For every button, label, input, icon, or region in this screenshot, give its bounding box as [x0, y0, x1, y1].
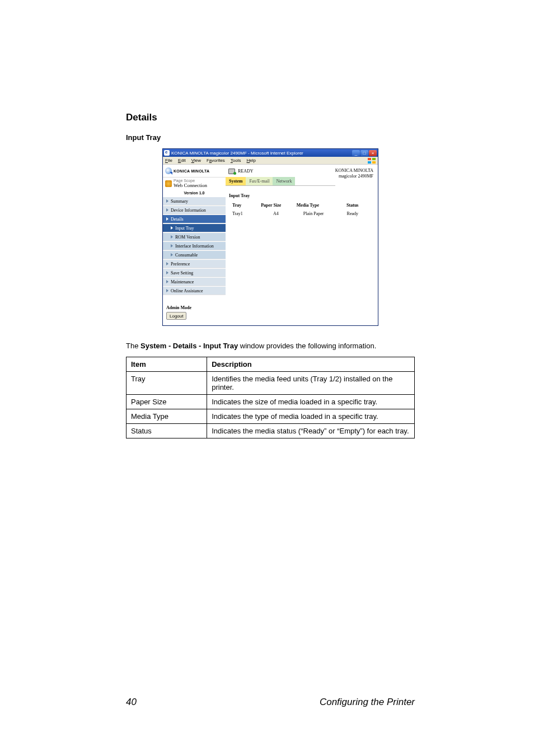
sidebar-item-details[interactable]: Details: [163, 214, 226, 223]
table-row: Status Indicates the media status (“Read…: [127, 423, 415, 438]
table-row: Tray1 A4 Plain Paper Ready: [230, 210, 371, 217]
sidebar-item-label: Preference: [171, 262, 190, 267]
info-desc: Indicates the media status (“Ready” or “…: [207, 423, 415, 438]
main-panel: READY System Fax/E-mail Network KONICA M…: [226, 165, 378, 325]
sidebar-item-label: Input Tray: [175, 226, 194, 231]
sidebar-item-input-tray[interactable]: Input Tray: [163, 223, 226, 232]
page-number: 40: [126, 697, 137, 708]
sidebar-item-online-assistance[interactable]: Online Assistance: [163, 286, 226, 295]
close-button[interactable]: ×: [369, 150, 377, 156]
sidebar-item-label: ROM Version: [175, 235, 200, 240]
td-media-type: Plain Paper: [294, 210, 333, 217]
pagescope: Page Scope Web Connection: [163, 178, 226, 190]
tray-table: Tray Paper Size Media Type Status Tray1 …: [229, 200, 372, 218]
menubar: File Edit View Favorites Tools Help: [163, 157, 378, 165]
info-item: Paper Size: [127, 394, 207, 409]
info-th-item: Item: [127, 357, 207, 371]
brand-logo-icon: [165, 167, 172, 174]
model-line1: KONICA MINOLTA: [335, 168, 373, 174]
window-title: KONICA MINOLTA magicolor 2490MF - Micros…: [171, 151, 352, 156]
sidebar-item-summary[interactable]: Summary: [163, 197, 226, 206]
model-line2: magicolor 2490MF: [335, 174, 373, 179]
logout-button[interactable]: Logout: [166, 312, 186, 320]
menu-help[interactable]: Help: [247, 158, 256, 163]
info-desc: Indicates the size of media loaded in a …: [207, 394, 415, 409]
sidebar-item-interface-info[interactable]: Interface Information: [163, 241, 226, 250]
table-row: Paper Size Indicates the size of media l…: [127, 394, 415, 409]
sidebar-item-rom-version[interactable]: ROM Version: [163, 232, 226, 241]
windows-logo-icon: [368, 158, 376, 164]
tab-bar: System Fax/E-mail Network: [226, 177, 335, 186]
sidebar-item-maintenance[interactable]: Maintenance: [163, 277, 226, 286]
table-row: Media Type Indicates the type of media l…: [127, 409, 415, 423]
sidebar: KONICA MINOLTA Page Scope Web Connection…: [163, 165, 226, 325]
sidebar-item-save-setting[interactable]: Save Setting: [163, 268, 226, 277]
brand-text: KONICA MINOLTA: [174, 169, 209, 173]
screenshot: KONICA MINOLTA magicolor 2490MF - Micros…: [162, 148, 378, 326]
desc-after: window provides the following informatio…: [238, 342, 376, 350]
content-title: Input Tray: [229, 193, 372, 198]
footer-title: Configuring the Printer: [320, 697, 415, 708]
admin-mode-label: Admin Mode: [166, 305, 222, 310]
status-ready: READY: [238, 169, 254, 174]
th-status: Status: [334, 202, 371, 209]
sidebar-item-label: Consumable: [175, 253, 198, 258]
desc-bold: System - Details - Input Tray: [140, 342, 238, 350]
sidebar-item-label: Summary: [171, 199, 188, 204]
sidebar-item-label: Device Information: [171, 208, 206, 213]
td-tray: Tray1: [230, 210, 257, 217]
minimize-button[interactable]: _: [352, 150, 360, 156]
version-label: Version 1.0: [163, 190, 226, 197]
brand: KONICA MINOLTA: [163, 165, 226, 178]
menu-edit[interactable]: Edit: [178, 158, 186, 163]
info-table: Item Description Tray Identifies the med…: [126, 357, 415, 438]
info-th-description: Description: [207, 357, 415, 371]
info-item: Media Type: [127, 409, 207, 423]
sidebar-item-consumable[interactable]: Consumable: [163, 250, 226, 259]
heading-input-tray: Input Tray: [126, 133, 415, 142]
sidebar-item-label: Online Assistance: [171, 288, 203, 293]
sidebar-item-label: Save Setting: [171, 270, 193, 276]
menu-tools[interactable]: Tools: [231, 158, 241, 163]
sidebar-item-label: Maintenance: [171, 279, 194, 284]
sidebar-item-label: Interface Information: [175, 244, 214, 249]
menu-favorites[interactable]: Favorites: [207, 158, 225, 163]
info-desc: Identifies the media feed units (Tray 1/…: [207, 371, 415, 394]
info-item: Tray: [127, 371, 207, 394]
sidebar-item-device-info[interactable]: Device Information: [163, 206, 226, 214]
table-row: Tray Identifies the media feed units (Tr…: [127, 371, 415, 394]
info-desc: Indicates the type of media loaded in a …: [207, 409, 415, 423]
tab-fax-email[interactable]: Fax/E-mail: [246, 177, 273, 185]
printer-status-icon: [228, 167, 236, 174]
th-paper-size: Paper Size: [259, 202, 293, 209]
pagescope-icon: [165, 180, 172, 187]
ie-icon: [164, 150, 170, 156]
td-paper-size: A4: [259, 210, 293, 217]
webconnection-label: Web Connection: [174, 183, 207, 188]
description-paragraph: The System - Details - Input Tray window…: [126, 342, 415, 351]
sidebar-item-preference[interactable]: Preference: [163, 259, 226, 268]
model-info: KONICA MINOLTA magicolor 2490MF: [335, 165, 378, 190]
menu-view[interactable]: View: [191, 158, 201, 163]
tab-system[interactable]: System: [226, 177, 246, 185]
info-item: Status: [127, 423, 207, 438]
maximize-button[interactable]: □: [360, 150, 368, 156]
menu-file[interactable]: File: [165, 158, 172, 163]
th-media-type: Media Type: [294, 202, 333, 209]
heading-details: Details: [126, 112, 415, 123]
td-status: Ready: [334, 210, 371, 217]
sidebar-item-label: Details: [171, 217, 184, 222]
window-titlebar: KONICA MINOLTA magicolor 2490MF - Micros…: [163, 149, 378, 157]
th-tray: Tray: [230, 202, 257, 209]
tab-network[interactable]: Network: [273, 177, 295, 185]
desc-before: The: [126, 342, 140, 350]
